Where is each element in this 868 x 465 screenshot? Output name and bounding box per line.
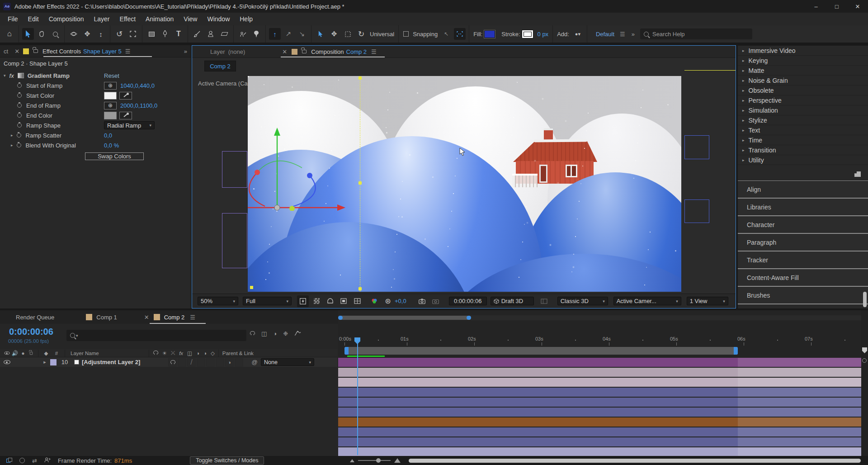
property-value[interactable]: 1040,0,440,0	[120, 82, 155, 89]
header-parent-link[interactable]: Parent & Link	[222, 351, 254, 356]
effects-category-obsolete[interactable]: ▸Obsolete	[738, 85, 868, 95]
toolbar-overflow-icon[interactable]: »	[632, 31, 635, 38]
bottom-scrollbar-thumb[interactable]	[409, 459, 861, 463]
effect-expander-icon[interactable]: ▾	[4, 73, 6, 78]
timeline-zoom-slider[interactable]	[358, 458, 391, 463]
header-quality-icon[interactable]: ⤫	[171, 350, 175, 356]
stopwatch-icon[interactable]	[17, 93, 22, 98]
fx-switch[interactable]	[197, 358, 205, 366]
menu-window[interactable]: Window	[202, 14, 235, 24]
minimize-button[interactable]: –	[806, 0, 826, 13]
header-audio-icon[interactable]: 🔊	[11, 350, 19, 356]
menu-help[interactable]: Help	[235, 14, 258, 24]
effects-category-matte[interactable]: ▸Matte	[738, 66, 868, 76]
frame-blend-switch[interactable]	[206, 358, 215, 366]
menu-composition[interactable]: Composition	[44, 14, 89, 24]
property-label[interactable]: Ramp Shape	[26, 122, 61, 129]
layer-duration-bar[interactable]	[338, 437, 861, 446]
header-shy-icon[interactable]	[153, 351, 158, 356]
point-crosshair-button[interactable]: ⊕	[104, 82, 117, 90]
maximize-button[interactable]: □	[826, 0, 847, 13]
help-search-box[interactable]: Search Help	[640, 28, 752, 39]
swap-colors-button[interactable]: Swap Colors	[85, 152, 144, 160]
layer-duration-bar[interactable]	[338, 388, 861, 397]
stopwatch-icon[interactable]	[17, 83, 22, 88]
tab-effect-controls[interactable]: Effect Controls	[42, 48, 81, 55]
region-of-interest-viewer-icon[interactable]	[338, 295, 349, 307]
layer-duration-bar[interactable]	[338, 418, 861, 427]
quality-switch[interactable]: ⧸	[187, 358, 196, 366]
point-crosshair-button[interactable]: ⊕	[104, 102, 117, 109]
stopwatch-icon[interactable]	[17, 103, 22, 108]
frame-blend-icon[interactable]: ◫	[261, 330, 267, 337]
color-swatch[interactable]	[104, 112, 117, 119]
layer-duration-bar[interactable]	[338, 408, 861, 417]
tab-comp2[interactable]: Comp 2	[164, 314, 185, 321]
property-label[interactable]: End Color	[26, 112, 52, 119]
property-label[interactable]: Start of Ramp	[26, 82, 62, 89]
panel-tab-libraries[interactable]: Libraries	[738, 199, 868, 216]
exposure-value[interactable]: +0,0	[395, 298, 406, 304]
orbit-camera-tool-icon[interactable]	[68, 28, 80, 40]
header-number[interactable]: #	[51, 351, 62, 356]
selection-handle[interactable]	[250, 286, 253, 289]
zoom-tool-icon[interactable]	[49, 28, 61, 40]
magnification-dropdown[interactable]: 50%▾	[198, 297, 238, 305]
property-value[interactable]: 0,0 %	[104, 142, 119, 149]
layer-duration-bar[interactable]	[338, 358, 861, 367]
tab-render-queue[interactable]: Render Queue	[16, 314, 54, 321]
stroke-width-value[interactable]: 0 px	[538, 31, 549, 38]
layer-duration-bar[interactable]	[338, 378, 861, 387]
viewer-menu-icon[interactable]: ☰	[371, 48, 377, 55]
axis-local-mode-icon[interactable]: ↑	[269, 28, 281, 40]
property-value[interactable]: 2000,0,1100,0	[120, 102, 157, 109]
zoom-in-mountain-icon[interactable]	[394, 458, 401, 463]
panel-menu-icon[interactable]: ☰	[125, 48, 131, 55]
selection-tool-icon[interactable]	[22, 28, 34, 40]
effects-category-text[interactable]: ▸Text	[738, 125, 868, 135]
gizmo-rotate-icon[interactable]: ↻	[355, 28, 367, 40]
stopwatch-icon[interactable]	[17, 113, 22, 118]
eyedropper-button[interactable]	[119, 92, 132, 100]
fast-previews-menu[interactable]: Draft 3D	[491, 297, 534, 305]
rectangle-tool-icon[interactable]	[146, 28, 157, 40]
mask-visibility-icon[interactable]	[324, 295, 336, 307]
header-label-icon[interactable]: ◆	[41, 350, 51, 356]
eraser-tool-icon[interactable]	[218, 28, 230, 40]
header-solo-icon[interactable]: ●	[19, 351, 27, 356]
layer-name[interactable]: [Adjustment Layer 2]	[82, 359, 168, 365]
effects-category-perspective[interactable]: ▸Perspective	[738, 95, 868, 105]
comp-lock-icon[interactable]	[302, 50, 307, 53]
composition-shy-icon[interactable]	[250, 331, 255, 337]
renderer-dropdown[interactable]: Classic 3D▾	[557, 297, 608, 305]
grid-guides-icon[interactable]	[351, 295, 363, 307]
add-menu-icon[interactable]: ●▾	[572, 28, 584, 40]
stopwatch-icon[interactable]	[17, 123, 22, 128]
pan-camera-tool-icon[interactable]: ✥	[81, 28, 93, 40]
property-value[interactable]: 0,0	[104, 132, 112, 139]
playhead-line[interactable]	[357, 338, 358, 455]
axis-view-mode-icon[interactable]: ↘	[296, 28, 308, 40]
comp-tab-close-icon[interactable]: ✕	[282, 48, 287, 55]
header-fx-icon[interactable]: fx	[179, 351, 183, 356]
snap-grid-icon[interactable]	[454, 28, 466, 40]
property-expander-icon[interactable]: ▸	[11, 133, 13, 138]
header-motion-blur-icon[interactable]: ◑	[196, 351, 199, 356]
toggle-switches-pane-icon[interactable]	[6, 458, 12, 463]
tab-composition[interactable]: Composition	[311, 48, 344, 55]
property-expander-icon[interactable]: ▸	[11, 143, 13, 147]
timeline-menu-icon[interactable]: ☰	[190, 314, 195, 321]
work-area-bar[interactable]	[344, 347, 738, 355]
panel-corner-icon[interactable]	[854, 171, 861, 177]
workspace-name[interactable]: Default	[596, 31, 614, 38]
comp-marker-bin-icon[interactable]	[862, 347, 867, 353]
selection-handle[interactable]	[359, 287, 362, 290]
channel-rgb-icon[interactable]	[368, 295, 380, 307]
tab-comp1[interactable]: Comp 1	[96, 314, 117, 321]
toggle-inout-pane-icon[interactable]: ⇄	[32, 457, 37, 464]
tab-close-icon[interactable]: ✕	[14, 48, 19, 55]
panel-tab-tracker[interactable]: Tracker	[738, 251, 868, 269]
property-label[interactable]: Ramp Scatter	[26, 132, 61, 139]
dolly-camera-tool-icon[interactable]: ↕	[95, 28, 107, 40]
fast-previews-icon[interactable]	[297, 295, 309, 307]
